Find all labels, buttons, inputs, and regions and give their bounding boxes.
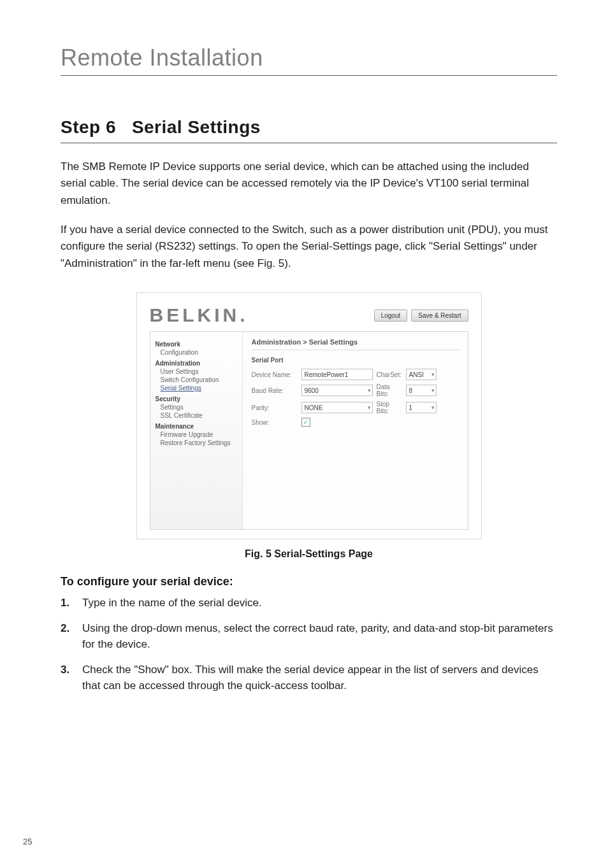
sidebar-item-serial-settings[interactable]: Serial Settings: [161, 385, 237, 392]
section-label: Serial Port: [252, 357, 459, 364]
title-divider: [61, 75, 557, 76]
sidebar-group-network: Network: [156, 341, 237, 348]
charset-select[interactable]: ANSI ▾: [406, 369, 437, 380]
step-heading: Step 6 Serial Settings: [61, 117, 557, 138]
page-number: 25: [23, 837, 32, 846]
step-number: Step 6: [61, 117, 116, 137]
step-1-number: 1.: [61, 595, 82, 611]
save-restart-button[interactable]: Save & Restart: [411, 309, 468, 322]
sidebar-group-security: Security: [156, 395, 237, 402]
step-3-number: 3.: [61, 662, 82, 694]
sidebar-item-user-settings[interactable]: User Settings: [161, 368, 237, 375]
parity-select[interactable]: NONE ▾: [301, 402, 373, 413]
sidebar-item-security-settings[interactable]: Settings: [161, 404, 237, 411]
step-title: Serial Settings: [132, 117, 261, 137]
step-3: 3. Check the "Show" box. This will make …: [61, 662, 557, 694]
sidebar-item-switch-configuration[interactable]: Switch Configuration: [161, 376, 237, 383]
baud-rate-value: 9600: [305, 387, 319, 394]
configure-subhead: To configure your serial device:: [61, 575, 557, 588]
data-bits-value: 8: [409, 387, 413, 394]
chevron-down-icon: ▾: [368, 387, 371, 394]
chevron-down-icon: ▾: [368, 404, 371, 411]
sidebar: Network Configuration Administration Use…: [150, 332, 243, 529]
step-3-text: Check the "Show" box. This will make the…: [82, 662, 557, 694]
paragraph-2: If you have a serial device connected to…: [61, 222, 557, 272]
device-name-label: Device Name:: [252, 371, 298, 378]
baud-rate-select[interactable]: 9600 ▾: [301, 385, 373, 396]
parity-label: Parity:: [252, 404, 298, 411]
sidebar-item-configuration[interactable]: Configuration: [161, 349, 237, 356]
step-divider: [61, 143, 557, 143]
sidebar-group-maintenance: Maintenance: [156, 423, 237, 430]
step-2-number: 2.: [61, 620, 82, 653]
page-split-title: Remote Installation: [61, 45, 557, 71]
stop-bits-label: Stop Bits:: [377, 401, 402, 415]
sidebar-item-ssl-certificate[interactable]: SSL Certificate: [161, 412, 237, 419]
chevron-down-icon: ▾: [431, 404, 435, 411]
data-bits-select[interactable]: 8 ▾: [406, 385, 437, 396]
step-2: 2. Using the drop-down menus, select the…: [61, 620, 557, 653]
figure-5: BELKIN. Logout Save & Restart Network Co…: [136, 292, 482, 539]
figure-caption: Fig. 5 Serial-Settings Page: [61, 548, 557, 560]
step-1-text: Type in the name of the serial device.: [82, 595, 262, 611]
stop-bits-select[interactable]: 1 ▾: [406, 402, 437, 413]
data-bits-label: Data Bits:: [377, 383, 402, 397]
brand-logo: BELKIN.: [150, 304, 249, 326]
stop-bits-value: 1: [409, 404, 413, 411]
sidebar-item-restore-factory-settings[interactable]: Restore Factory Settings: [161, 439, 237, 446]
breadcrumb: Administration > Serial Settings: [252, 338, 459, 350]
step-2-text: Using the drop-down menus, select the co…: [82, 620, 557, 653]
show-label: Show:: [252, 419, 298, 426]
main-panel: Administration > Serial Settings Serial …: [243, 332, 468, 529]
parity-value: NONE: [305, 404, 323, 411]
device-name-input[interactable]: [301, 369, 373, 380]
baud-rate-label: Baud Rate:: [252, 387, 298, 394]
sidebar-group-administration: Administration: [156, 360, 237, 367]
chevron-down-icon: ▾: [431, 371, 435, 378]
charset-value: ANSI: [409, 371, 424, 378]
sidebar-item-firmware-upgrade[interactable]: Firmware Upgrade: [161, 431, 237, 438]
logout-button[interactable]: Logout: [374, 309, 408, 322]
show-checkbox[interactable]: ✓: [301, 418, 310, 427]
paragraph-1: The SMB Remote IP Device supports one se…: [61, 159, 557, 209]
step-1: 1. Type in the name of the serial device…: [61, 595, 557, 611]
chevron-down-icon: ▾: [431, 387, 435, 394]
charset-label: CharSet:: [377, 371, 402, 378]
